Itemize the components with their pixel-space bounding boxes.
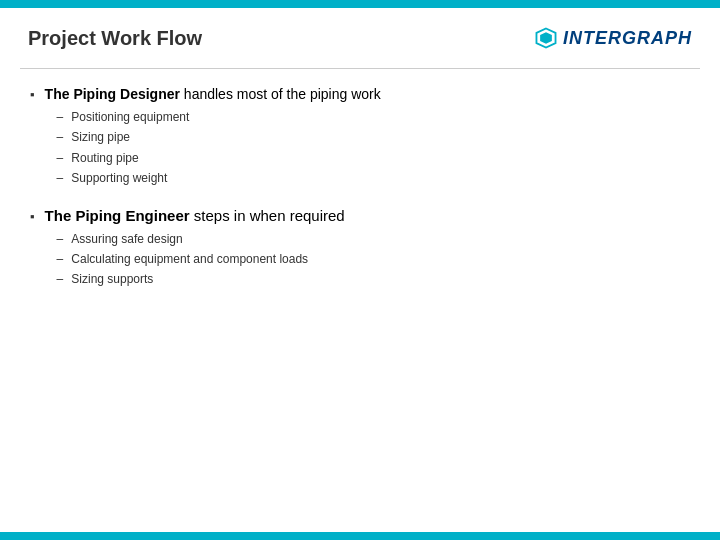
subitem-text: Assuring safe design: [71, 229, 182, 249]
logo-area: INTERGRAPH: [535, 27, 692, 49]
bullet-2: ▪: [30, 209, 35, 224]
section2-sublist: – Assuring safe design – Calculating equ…: [45, 229, 690, 290]
divider: [20, 68, 700, 69]
section-piping-designer: ▪ The Piping Designer handles most of th…: [30, 85, 690, 189]
list-item: – Assuring safe design: [57, 229, 690, 249]
dash-icon: –: [57, 269, 64, 289]
list-item: – Sizing pipe: [57, 127, 690, 147]
list-item: – Routing pipe: [57, 148, 690, 168]
dash-icon: –: [57, 168, 64, 188]
intergraph-logo-icon: [535, 27, 557, 49]
list-item: – Calculating equipment and component lo…: [57, 249, 690, 269]
section1-title: The Piping Designer handles most of the …: [45, 85, 690, 103]
section2-title-normal: steps in when required: [190, 207, 345, 224]
section1-sublist: – Positioning equipment – Sizing pipe – …: [45, 107, 690, 189]
dash-icon: –: [57, 229, 64, 249]
page-title: Project Work Flow: [28, 27, 202, 50]
list-item: – Supporting weight: [57, 168, 690, 188]
header: Project Work Flow INTERGRAPH: [0, 8, 720, 68]
subitem-text: Calculating equipment and component load…: [71, 249, 308, 269]
section2-title-bold: The Piping Engineer: [45, 207, 190, 224]
dash-icon: –: [57, 148, 64, 168]
svg-marker-1: [540, 32, 552, 44]
bottom-bar: [0, 532, 720, 540]
section2-content: The Piping Engineer steps in when requir…: [45, 207, 690, 290]
subitem-text: Supporting weight: [71, 168, 167, 188]
subitem-text: Routing pipe: [71, 148, 138, 168]
section1-title-bold: The Piping Designer: [45, 86, 180, 102]
dash-icon: –: [57, 249, 64, 269]
section1-title-normal: handles most of the piping work: [180, 86, 381, 102]
section2-title: The Piping Engineer steps in when requir…: [45, 207, 690, 225]
subitem-text: Sizing pipe: [71, 127, 130, 147]
main-content: ▪ The Piping Designer handles most of th…: [20, 75, 700, 520]
list-item: – Sizing supports: [57, 269, 690, 289]
section-piping-engineer: ▪ The Piping Engineer steps in when requ…: [30, 207, 690, 290]
dash-icon: –: [57, 127, 64, 147]
subitem-text: Positioning equipment: [71, 107, 189, 127]
top-bar: [0, 0, 720, 8]
section1-content: The Piping Designer handles most of the …: [45, 85, 690, 189]
bullet-1: ▪: [30, 87, 35, 102]
dash-icon: –: [57, 107, 64, 127]
list-item: – Positioning equipment: [57, 107, 690, 127]
subitem-text: Sizing supports: [71, 269, 153, 289]
logo-text: INTERGRAPH: [563, 28, 692, 49]
